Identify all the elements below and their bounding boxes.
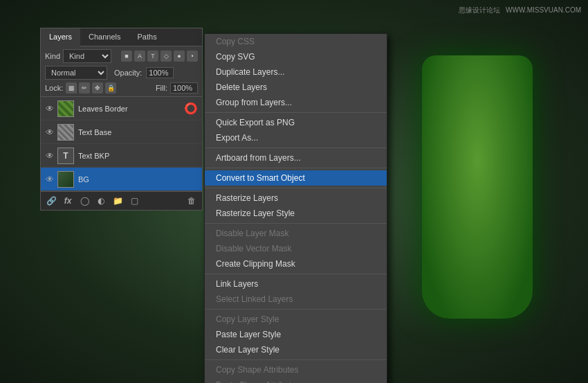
kind-select[interactable]: Kind — [63, 49, 111, 63]
layer-thumbnail: T — [57, 148, 74, 164]
cursor-hover-icon: ⭕ — [184, 102, 198, 115]
layer-thumbnail — [57, 100, 74, 117]
layer-item[interactable]: 👁 Text Base — [41, 121, 202, 144]
menu-separator — [205, 112, 387, 113]
blend-mode-select[interactable]: Normal — [45, 66, 107, 80]
lock-paint-icon[interactable]: ✏ — [79, 82, 90, 93]
opacity-label: Opacity: — [114, 69, 142, 77]
layer-filter-icons: ■ A T ◇ ● • — [121, 51, 198, 62]
trash-icon[interactable]: 🗑 — [185, 195, 198, 207]
filter-adjust-icon[interactable]: A — [134, 51, 145, 62]
menu-item-rasterize-layers[interactable]: Rasterize Layers — [205, 190, 387, 206]
link-icon[interactable]: 🔗 — [45, 195, 57, 207]
menu-item-paste-shape-attrs: Paste Shape Attributes — [205, 377, 387, 383]
layers-panel: Layers Channels Paths Kind Kind ■ A T ◇ … — [40, 28, 203, 211]
filter-dot-icon[interactable]: • — [187, 51, 198, 62]
panel-toolbar: 🔗 fx ◯ ◐ 📁 ▢ 🗑 — [41, 191, 202, 210]
layer-name: Text BKP — [78, 152, 198, 160]
menu-separator — [205, 274, 387, 274]
tab-channels[interactable]: Channels — [80, 28, 129, 46]
menu-separator — [205, 309, 387, 310]
fill-label: Fill: — [156, 84, 167, 92]
lock-move-icon[interactable]: ✥ — [92, 82, 103, 93]
menu-item-copy-shape-attrs: Copy Shape Attributes — [205, 362, 387, 377]
menu-item-quick-export[interactable]: Quick Export as PNG — [205, 115, 387, 130]
menu-item-link-layers[interactable]: Link Layers — [205, 276, 387, 292]
menu-item-export-as[interactable]: Export As... — [205, 130, 387, 145]
menu-item-delete-layers[interactable]: Delete Layers — [205, 80, 387, 95]
menu-separator — [205, 148, 387, 148]
menu-item-copy-layer-style: Copy Layer Style — [205, 312, 387, 327]
watermark: 思缘设计论坛 WWW.MISSVUAN.COM — [459, 6, 581, 15]
kind-label: Kind — [45, 52, 60, 60]
layer-name: BG — [78, 175, 198, 184]
filter-shape-icon[interactable]: ◇ — [160, 51, 172, 62]
adjustment-icon[interactable]: ◐ — [95, 195, 107, 207]
layer-name: Text Base — [78, 128, 198, 136]
filter-pixel-icon[interactable]: ■ — [121, 51, 132, 62]
layer-controls: Kind Kind ■ A T ◇ ● • Normal Opacity: Lo… — [41, 46, 202, 97]
lock-label: Lock: — [45, 84, 63, 92]
layer-thumbnail — [57, 124, 74, 141]
fill-input[interactable] — [170, 82, 198, 93]
eye-icon[interactable]: 👁 — [45, 175, 55, 184]
filter-type-icon[interactable]: T — [147, 51, 158, 62]
menu-item-clear-layer-style[interactable]: Clear Layer Style — [205, 342, 387, 357]
eye-icon[interactable]: 👁 — [45, 127, 55, 137]
eye-icon[interactable]: 👁 — [45, 151, 55, 161]
new-layer-icon[interactable]: ▢ — [128, 195, 140, 207]
fx-icon[interactable]: fx — [62, 195, 74, 207]
context-menu: Copy CSSCopy SVGDuplicate Layers...Delet… — [204, 33, 387, 383]
layer-item[interactable]: 👁 BG — [41, 168, 202, 191]
menu-item-convert-smart-object[interactable]: Convert to Smart Object — [205, 170, 387, 186]
menu-item-copy-css: Copy CSS — [205, 34, 387, 49]
menu-separator — [205, 188, 387, 188]
layer-thumbnail — [57, 171, 74, 188]
menu-separator — [205, 223, 387, 224]
menu-separator — [205, 168, 387, 168]
menu-item-disable-layer-mask: Disable Layer Mask — [205, 226, 387, 241]
tab-paths[interactable]: Paths — [129, 28, 165, 46]
menu-item-paste-layer-style[interactable]: Paste Layer Style — [205, 327, 387, 342]
tab-layers[interactable]: Layers — [41, 28, 80, 46]
menu-separator — [205, 359, 387, 360]
menu-item-select-linked-layers: Select Linked Layers — [205, 292, 387, 307]
menu-item-copy-svg[interactable]: Copy SVG — [205, 49, 387, 64]
leaf-figure — [422, 55, 533, 319]
filter-smart-icon[interactable]: ● — [174, 51, 185, 62]
menu-item-duplicate-layers[interactable]: Duplicate Layers... — [205, 64, 387, 80]
mask-icon[interactable]: ◯ — [78, 195, 91, 207]
layer-item[interactable]: 👁 T Text BKP — [41, 144, 202, 168]
menu-item-artboard-from-layers[interactable]: Artboard from Layers... — [205, 150, 387, 166]
layer-name: Leaves Border — [78, 105, 184, 113]
eye-icon[interactable]: 👁 — [45, 104, 55, 114]
menu-item-create-clipping-mask[interactable]: Create Clipping Mask — [205, 256, 387, 271]
opacity-input[interactable] — [146, 67, 174, 78]
menu-item-rasterize-layer-style[interactable]: Rasterize Layer Style — [205, 206, 387, 221]
lock-all-icon[interactable]: 🔒 — [105, 82, 116, 93]
lock-transparent-icon[interactable]: ▩ — [66, 82, 77, 93]
layer-list: 👁 Leaves Border ⭕ 👁 Text Base 👁 T Text B… — [41, 97, 202, 191]
menu-item-disable-vector-mask: Disable Vector Mask — [205, 241, 387, 256]
lock-icons: ▩ ✏ ✥ 🔒 — [66, 82, 116, 93]
layer-item[interactable]: 👁 Leaves Border ⭕ — [41, 97, 202, 121]
folder-icon[interactable]: 📁 — [111, 195, 124, 207]
menu-item-group-from-layers[interactable]: Group from Layers... — [205, 95, 387, 110]
panel-tabs: Layers Channels Paths — [41, 28, 202, 46]
